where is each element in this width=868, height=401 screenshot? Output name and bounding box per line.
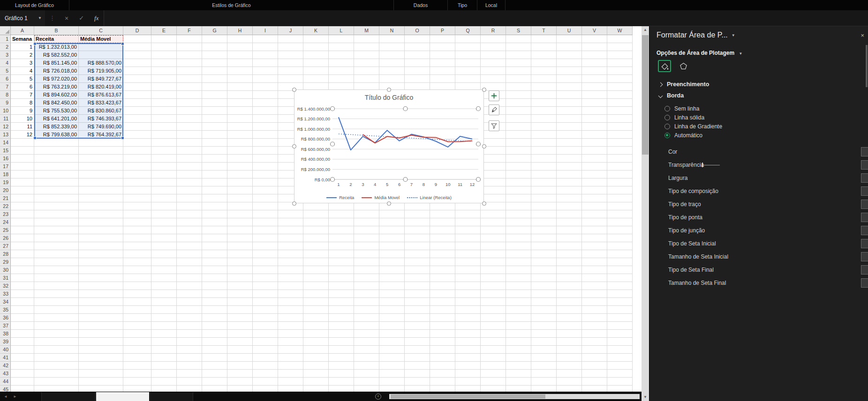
row-header-21[interactable]: 21 [0, 194, 11, 202]
cell-F35[interactable] [177, 306, 202, 314]
cell-I41[interactable] [253, 354, 278, 362]
cell-U36[interactable] [557, 314, 582, 322]
cell-D42[interactable] [123, 362, 151, 370]
cell-Q28[interactable] [455, 250, 481, 258]
cell-S41[interactable] [506, 354, 531, 362]
cell-N30[interactable] [379, 266, 405, 274]
cell-E30[interactable] [151, 266, 177, 274]
cell-H40[interactable] [227, 346, 253, 354]
cell-A27[interactable] [11, 242, 34, 250]
cell-F22[interactable] [177, 202, 202, 210]
cell-N4[interactable] [379, 59, 405, 67]
cell-K36[interactable] [303, 314, 329, 322]
cell-U30[interactable] [557, 266, 582, 274]
cell-F30[interactable] [177, 266, 202, 274]
cell-A24[interactable] [11, 218, 34, 226]
cell-H8[interactable] [227, 91, 253, 99]
cell-G7[interactable] [202, 83, 227, 91]
cell-A43[interactable] [11, 370, 34, 378]
cell-E4[interactable] [151, 59, 177, 67]
cell-T11[interactable] [531, 115, 557, 123]
cell-R29[interactable] [481, 258, 506, 266]
cell-G29[interactable] [202, 258, 227, 266]
chevron-down-icon[interactable]: ▼ [732, 33, 735, 37]
cell-I26[interactable] [253, 234, 278, 242]
cell-A1[interactable]: Semana [11, 35, 34, 43]
cell-D35[interactable] [123, 306, 151, 314]
cell-V43[interactable] [582, 370, 607, 378]
cell-E24[interactable] [151, 218, 177, 226]
row-header-37[interactable]: 37 [0, 322, 11, 330]
horizontal-scrollbar[interactable] [389, 394, 640, 399]
cell-I22[interactable] [253, 202, 278, 210]
cell-E10[interactable] [151, 107, 177, 115]
cell-B35[interactable] [34, 306, 79, 314]
cell-A8[interactable]: 7 [11, 91, 34, 99]
cell-J43[interactable] [278, 370, 303, 378]
cell-M32[interactable] [354, 282, 379, 290]
cell-T36[interactable] [531, 314, 557, 322]
cell-M26[interactable] [354, 234, 379, 242]
cell-E2[interactable] [151, 43, 177, 51]
cell-S42[interactable] [506, 362, 531, 370]
ribbon-group[interactable]: Layout de Gráfico [0, 0, 69, 10]
cell-H14[interactable] [227, 139, 253, 147]
cell-C13[interactable]: R$ 764.392,67 [79, 131, 123, 139]
cell-A4[interactable]: 3 [11, 59, 34, 67]
cell-G15[interactable] [202, 147, 227, 155]
cell-C36[interactable] [79, 314, 123, 322]
cell-B12[interactable]: R$ 852.339,00 [34, 123, 79, 131]
cell-V6[interactable] [582, 75, 607, 83]
cell-J4[interactable] [278, 59, 303, 67]
cell-E40[interactable] [151, 346, 177, 354]
row-header-35[interactable]: 35 [0, 306, 11, 314]
cell-M27[interactable] [354, 242, 379, 250]
section-borda[interactable]: Borda [649, 90, 868, 101]
cell-W33[interactable] [607, 290, 633, 298]
cell-M28[interactable] [354, 250, 379, 258]
cell-R25[interactable] [481, 226, 506, 234]
cell-E18[interactable] [151, 171, 177, 178]
cell-L28[interactable] [329, 250, 354, 258]
cell-I10[interactable] [253, 107, 278, 115]
cell-F29[interactable] [177, 258, 202, 266]
cell-O44[interactable] [405, 378, 430, 386]
cell-P40[interactable] [430, 346, 455, 354]
cell-T12[interactable] [531, 123, 557, 131]
vertical-scrollbar-thumb[interactable] [642, 35, 649, 155]
cell-I44[interactable] [253, 378, 278, 386]
cell-T1[interactable] [531, 35, 557, 43]
cell-N2[interactable] [379, 43, 405, 51]
cell-P37[interactable] [430, 322, 455, 330]
cell-V7[interactable] [582, 83, 607, 91]
cell-O3[interactable] [405, 51, 430, 59]
cell-L1[interactable] [329, 35, 354, 43]
cell-M34[interactable] [354, 298, 379, 306]
cell-K42[interactable] [303, 362, 329, 370]
cell-S5[interactable] [506, 67, 531, 75]
cell-P1[interactable] [430, 35, 455, 43]
row-header-33[interactable]: 33 [0, 290, 11, 298]
cell-V27[interactable] [582, 242, 607, 250]
cell-Q33[interactable] [455, 290, 481, 298]
cell-H4[interactable] [227, 59, 253, 67]
cell-W17[interactable] [607, 163, 633, 171]
cell-M25[interactable] [354, 226, 379, 234]
cell-K3[interactable] [303, 51, 329, 59]
row-header-6[interactable]: 6 [0, 75, 11, 83]
cell-A32[interactable] [11, 282, 34, 290]
cell-J26[interactable] [278, 234, 303, 242]
slider-control[interactable] [861, 160, 868, 170]
cell-T43[interactable] [531, 370, 557, 378]
row-header-7[interactable]: 7 [0, 83, 11, 91]
cell-R4[interactable] [481, 59, 506, 67]
ribbon-group[interactable]: Local [477, 0, 506, 10]
cell-P33[interactable] [430, 290, 455, 298]
cell-D38[interactable] [123, 330, 151, 338]
cell-V10[interactable] [582, 107, 607, 115]
cell-T37[interactable] [531, 322, 557, 330]
cell-C7[interactable]: R$ 820.419,00 [79, 83, 123, 91]
cell-D28[interactable] [123, 250, 151, 258]
cell-T23[interactable] [531, 210, 557, 218]
row-header-10[interactable]: 10 [0, 107, 11, 115]
